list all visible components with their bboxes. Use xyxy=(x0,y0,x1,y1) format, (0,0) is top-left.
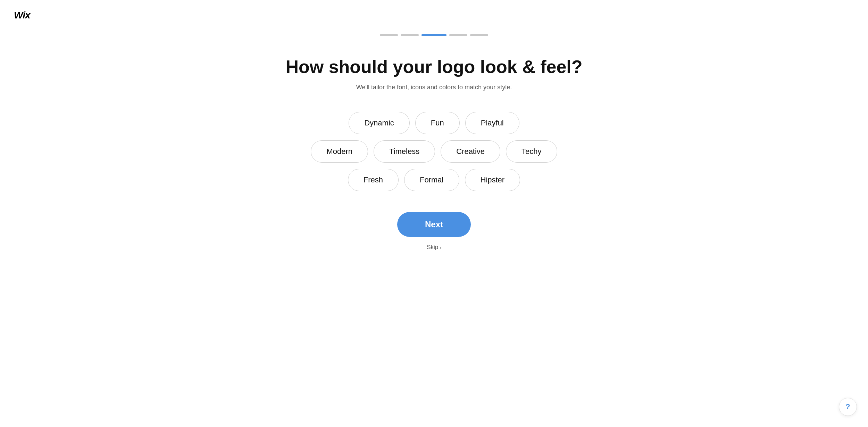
skip-label: Skip xyxy=(427,244,438,251)
question-mark-icon: ? xyxy=(845,402,850,411)
skip-link[interactable]: Skip › xyxy=(427,244,441,251)
style-option-fun[interactable]: Fun xyxy=(415,112,460,134)
header: Wix xyxy=(0,0,868,31)
style-options-container: Dynamic Fun Playful Modern Timeless Crea… xyxy=(311,112,557,191)
style-option-fresh[interactable]: Fresh xyxy=(348,169,399,191)
page-title: How should your logo look & feel? xyxy=(285,57,582,77)
style-option-playful[interactable]: Playful xyxy=(465,112,519,134)
style-option-timeless[interactable]: Timeless xyxy=(374,140,435,163)
page-subtitle: We'll tailor the font, icons and colors … xyxy=(356,84,512,91)
style-option-dynamic[interactable]: Dynamic xyxy=(349,112,410,134)
page-wrapper: Wix How should your logo look & feel? We… xyxy=(0,0,868,427)
style-options-row-1: Dynamic Fun Playful xyxy=(349,112,519,134)
style-option-techy[interactable]: Techy xyxy=(506,140,557,163)
style-options-row-3: Fresh Formal Hipster xyxy=(348,169,520,191)
style-options-row-2: Modern Timeless Creative Techy xyxy=(311,140,557,163)
next-button[interactable]: Next xyxy=(397,212,471,237)
style-option-modern[interactable]: Modern xyxy=(311,140,368,163)
style-option-formal[interactable]: Formal xyxy=(404,169,459,191)
wix-logo: Wix xyxy=(14,10,30,21)
chevron-right-icon: › xyxy=(440,245,441,250)
help-button[interactable]: ? xyxy=(839,398,857,416)
style-option-creative[interactable]: Creative xyxy=(441,140,500,163)
main-content: How should your logo look & feel? We'll … xyxy=(0,36,868,427)
style-option-hipster[interactable]: Hipster xyxy=(465,169,520,191)
